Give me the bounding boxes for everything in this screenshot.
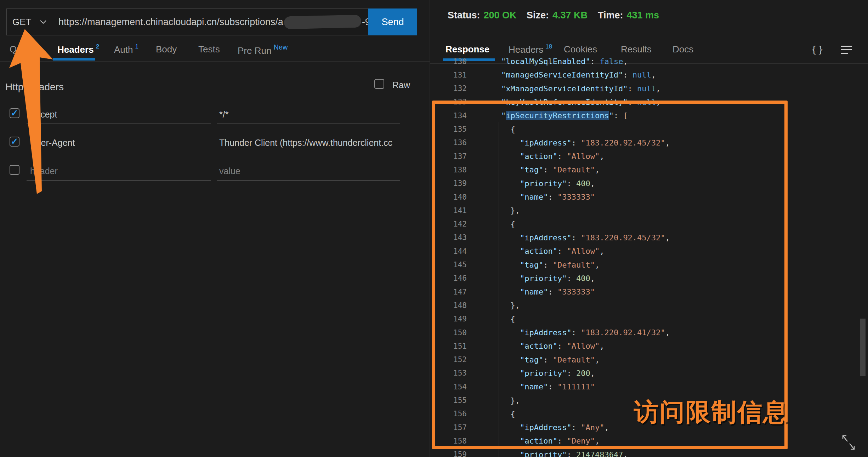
token-p: , <box>595 355 600 364</box>
input-underline <box>27 152 211 152</box>
line-number: 135 <box>430 125 467 133</box>
line-number: 145 <box>430 261 467 269</box>
token-key: " <box>609 111 614 120</box>
code-line: 158 "action": "Deny", <box>430 434 868 448</box>
header-row-checkbox[interactable]: ✓ <box>10 137 19 147</box>
token-p: { <box>510 125 515 134</box>
token-str: "Allow" <box>567 342 600 350</box>
token-key: "priority" <box>520 369 567 378</box>
token-p: : <box>567 179 576 188</box>
header-name-input[interactable]: User-Agent <box>30 138 75 148</box>
input-underline <box>27 180 211 181</box>
code-text: "action": "Allow", <box>482 342 604 350</box>
tab-query[interactable]: Query <box>10 44 35 55</box>
line-number: 151 <box>430 342 467 350</box>
url-redaction <box>284 15 362 29</box>
token-p: : <box>572 138 581 147</box>
resize-handle-icon[interactable] <box>840 433 857 452</box>
header-name-input[interactable]: Accept <box>30 109 57 120</box>
code-line: 147 "name": "333333" <box>430 285 868 299</box>
token-key: "keyVaultReferenceIdentity" <box>501 98 628 107</box>
token-key: "name" <box>520 193 548 201</box>
token-p: }, <box>510 396 520 405</box>
http-headers-title: Http Headers <box>5 81 64 93</box>
line-number: 147 <box>430 288 467 296</box>
line-number: 159 <box>430 450 467 457</box>
code-line: 131 "managedServiceIdentityId": null, <box>430 68 868 82</box>
token-key: "ipAddress" <box>520 138 572 147</box>
token-key: "tag" <box>520 261 543 269</box>
token-p: : <box>623 70 632 79</box>
method-dropdown[interactable]: GET <box>6 8 52 35</box>
token-str: "Default" <box>553 355 595 364</box>
code-line: 136 "ipAddress": "183.220.92.45/32", <box>430 136 868 150</box>
code-text: "ipAddress": "Any", <box>482 423 609 432</box>
tab-badge: New <box>273 43 288 51</box>
token-p: : <box>590 57 600 66</box>
token-key: "tag" <box>520 165 543 174</box>
header-value-input[interactable]: value <box>219 166 400 176</box>
token-key: "localMySqlEnabled" <box>501 57 590 66</box>
token-key: "name" <box>520 287 548 296</box>
header-row: headervalue <box>0 163 430 184</box>
code-text: "tag": "Default", <box>482 355 600 364</box>
send-button[interactable]: Send <box>368 8 417 35</box>
code-line: 138 "tag": "Default", <box>430 163 868 177</box>
code-line: 146 "priority": 400, <box>430 272 868 285</box>
token-num: 400 <box>576 274 590 283</box>
header-row-checkbox[interactable] <box>10 165 19 175</box>
token-p: }, <box>510 206 520 215</box>
line-number: 146 <box>430 274 467 282</box>
token-key: "priority" <box>520 450 567 457</box>
token-p: : <box>628 98 637 107</box>
token-p: , <box>623 450 628 457</box>
token-key: "ipAddress" <box>520 233 572 242</box>
token-p: , <box>595 165 600 174</box>
header-name-input[interactable]: header <box>30 166 58 176</box>
code-text: "tag": "Default", <box>482 261 600 269</box>
header-row-checkbox[interactable]: ✓ <box>10 108 19 118</box>
token-key: "action" <box>520 247 557 256</box>
code-text: }, <box>482 206 520 215</box>
token-num: 200 <box>576 369 590 378</box>
scrollbar-thumb[interactable] <box>860 319 866 376</box>
token-key: "action" <box>520 436 557 445</box>
tab-headers[interactable]: Headers2 <box>57 44 99 55</box>
token-p: , <box>590 274 595 283</box>
token-p: }, <box>510 301 520 310</box>
tab-body[interactable]: Body <box>156 44 177 55</box>
header-value-input[interactable]: Thunder Client (https://www.thunderclien… <box>219 138 400 148</box>
tab-tests[interactable]: Tests <box>198 44 220 55</box>
raw-checkbox[interactable] <box>374 79 384 89</box>
code-line: 159 "priority": 2147483647, <box>430 448 868 457</box>
tab-pre-run[interactable]: Pre RunNew <box>238 44 288 56</box>
token-p: , <box>595 261 600 269</box>
url-input[interactable]: https://management.chinacloudapi.cn/subs… <box>52 8 368 35</box>
token-str: "Any" <box>581 423 604 432</box>
header-value-input[interactable]: */* <box>219 109 400 120</box>
tab-label: Auth <box>114 44 133 55</box>
tab-auth[interactable]: Auth1 <box>114 44 138 55</box>
token-key: "tag" <box>520 355 543 364</box>
token-str: "183.220.92.45/32" <box>581 138 665 147</box>
line-number: 149 <box>430 315 467 323</box>
token-kw: null <box>637 84 656 93</box>
response-body: 130 "localMySqlEnabled": false,131 "mana… <box>430 0 868 457</box>
code-text: "ipAddress": "183.220.92.45/32", <box>482 233 670 242</box>
code-text: "name": "111111" <box>482 382 595 391</box>
line-number: 139 <box>430 179 467 188</box>
token-p: { <box>510 220 515 229</box>
line-number: 142 <box>430 220 467 228</box>
code-line: 133 "keyVaultReferenceIdentity": null, <box>430 95 868 109</box>
line-number: 153 <box>430 369 467 377</box>
token-p: , <box>590 369 595 378</box>
token-p: : <box>557 247 567 256</box>
token-p: : <box>628 84 637 93</box>
token-str: "333333" <box>557 193 595 201</box>
code-text: "name": "333333" <box>482 287 595 296</box>
indent-guide <box>499 122 499 457</box>
token-str: "Allow" <box>567 152 600 161</box>
code-line: 135 { <box>430 122 868 136</box>
header-row: ✓User-AgentThunder Client (https://www.t… <box>0 135 430 156</box>
line-number: 144 <box>430 247 467 256</box>
